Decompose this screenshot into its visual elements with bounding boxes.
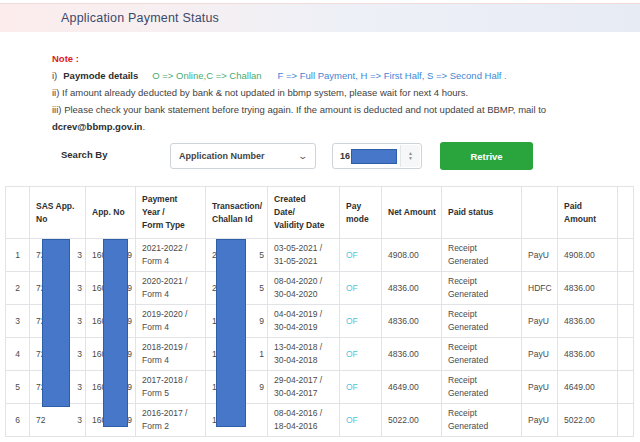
chevron-down-icon: ⌄ [298,152,309,161]
redacted-value-suffix: 3 [77,249,82,262]
redacted-value-suffix: 5 [259,249,264,262]
redacted-value-suffix: 9 [259,381,264,394]
cell-year: 2016-2017 / Form 2 [136,404,206,437]
cell-paid: 4836.00 [558,272,618,305]
application-number-value: 16 [340,151,350,161]
column-header: Pay mode [340,187,382,239]
note-label: Note : [52,53,79,64]
redacted-value-suffix: 3 [77,282,82,295]
column-header: Paid Amount [558,187,618,239]
cell-paymode: OF [340,239,382,272]
cell-status: Receipt Generated [442,371,522,404]
application-number-input[interactable]: 16 ▲ ▼ [332,143,422,169]
retrieve-button[interactable]: Retrive [440,142,533,170]
cell-status: Receipt Generated [442,338,522,371]
cell-paid: 4836.00 [558,338,618,371]
payment-status-table: SAS App. NoApp. NoPayment Year / Form Ty… [5,186,634,437]
cell-dates: 29-04-2017 / 30-04-2017 [268,371,340,404]
cell-sas: 723 [30,404,86,437]
number-spinner[interactable]: ▲ ▼ [400,145,420,167]
cell-year: 2018-2019 / Form 4 [136,338,206,371]
cell-status: Receipt Generated [442,239,522,272]
search-by-label: Search By [61,149,107,160]
column-header [6,187,30,239]
cell-net: 4649.00 [382,371,442,404]
cell-year: 2017-2018 / Form 5 [136,371,206,404]
cell-sl: 2 [6,272,30,305]
redacted-value-suffix: 9 [259,315,264,328]
application-payment-status-page: Application Payment Status Note : i)Paym… [0,0,640,442]
spinner-down-icon: ▼ [408,156,413,161]
cell-sl: 5 [6,371,30,404]
note-line3-period: . [142,121,145,132]
cell-paymode: OF [340,305,382,338]
column-header: App. No [86,187,136,239]
column-header: Payment Year / Form Type [136,187,206,239]
table-row: 372316092019-2020 / Form 41904-04-2019 /… [6,305,634,338]
cell-net: 5022.00 [382,404,442,437]
column-header: Paid status [442,187,522,239]
redacted-value-prefix: 72 [36,414,45,427]
cell-bank: PayU [522,338,558,371]
note-line-bank-statement: iii) Please check your bank statement be… [52,101,626,135]
cell-bank: PayU [522,404,558,437]
redaction-bar [103,239,128,427]
cell-sl: 3 [6,305,30,338]
cell-paid: 5022.00 [558,404,618,437]
search-bar: Search By Application Number ⌄ 16 ▲ ▼ Re… [61,141,621,171]
redacted-value-suffix: 3 [77,381,82,394]
table-row: 172316092021-2022 / Form 42503-05-2021 /… [6,239,634,272]
page-title: Application Payment Status [0,11,219,25]
redacted-value-suffix: 5 [259,282,264,295]
cell-net: 4836.00 [382,338,442,371]
table-row: 572316092017-2018 / Form 51929-04-2017 /… [6,371,634,404]
table-row: 472316092018-2019 / Form 41113-04-2018 /… [6,338,634,371]
cell-blank [618,404,634,437]
note-line-paymode: i)Paymode detailsO => Online,C => Challa… [52,67,626,84]
column-header: Transaction/ Challan Id [206,187,268,239]
note-heading: Note : [52,50,626,67]
redacted-value-suffix: 1 [259,348,264,361]
cell-paid: 4649.00 [558,371,618,404]
cell-blank [618,272,634,305]
note-line3-text: iii) Please check your bank statement be… [52,104,546,115]
redacted-value-suffix: 3 [77,348,82,361]
redacted-value-suffix: 3 [77,315,82,328]
cell-net: 4908.00 [382,239,442,272]
cell-year: 2019-2020 / Form 4 [136,305,206,338]
note-paymode-label: Paymode details [63,70,138,81]
cell-blank [618,338,634,371]
cell-net: 4836.00 [382,272,442,305]
table-row: 672316092016-2017 / Form 2108-04-2016 / … [6,404,634,437]
column-header: Created Date/ Validity Date [268,187,340,239]
cell-dates: 08-04-2020 / 30-04-2020 [268,272,340,305]
cell-status: Receipt Generated [442,272,522,305]
payment-table-container: SAS App. NoApp. NoPayment Year / Form Ty… [5,186,633,437]
note-paymode-half-full: F => Full Payment, H => First Half, S =>… [278,70,507,81]
cell-paymode: OF [340,404,382,437]
cell-blank [618,371,634,404]
cell-paymode: OF [340,338,382,371]
cell-year: 2020-2021 / Form 4 [136,272,206,305]
redaction-bar [351,149,397,164]
cell-sl: 6 [6,404,30,437]
note-paymode-online-challan: O => Online,C => Challan [152,70,261,81]
cell-status: Receipt Generated [442,305,522,338]
cell-sl: 1 [6,239,30,272]
cell-sl: 4 [6,338,30,371]
cell-paymode: OF [340,272,382,305]
cell-dates: 03-05-2021 / 31-05-2021 [268,239,340,272]
cell-bank: HDFC [522,272,558,305]
cell-blank [618,305,634,338]
note-index: i) [52,70,57,81]
redacted-value-suffix: 3 [77,414,82,427]
title-bar: Application Payment Status [0,3,640,32]
notes-section: Note : i)Paymode detailsO => Online,C =>… [52,50,626,135]
search-type-selected-value: Application Number [179,151,265,161]
cell-bank: PayU [522,371,558,404]
cell-paid: 4908.00 [558,239,618,272]
search-type-select[interactable]: Application Number ⌄ [170,143,316,169]
cell-bank: PayU [522,305,558,338]
cell-status: Receipt Generated [442,404,522,437]
cell-dates: 04-04-2019 / 30-04-2019 [268,305,340,338]
